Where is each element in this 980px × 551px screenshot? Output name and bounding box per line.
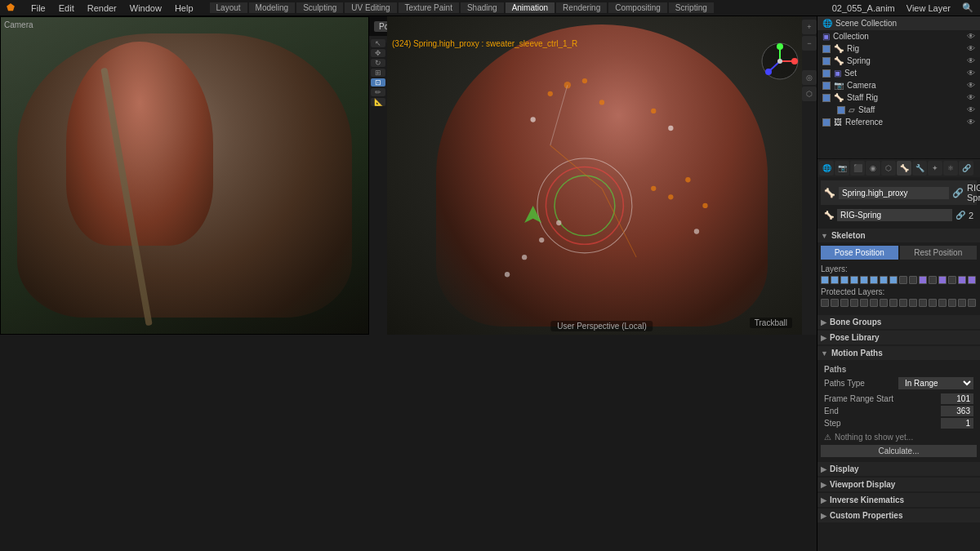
tab-armature[interactable]: 🦴: [897, 161, 911, 176]
layer-11[interactable]: [929, 276, 937, 284]
workspace-layout[interactable]: Layout: [210, 2, 247, 13]
layer-8[interactable]: [899, 276, 907, 284]
tab-render[interactable]: 📷: [835, 161, 849, 176]
layer-2[interactable]: [840, 276, 849, 284]
ik-header[interactable]: ▶ Inverse Kinematics: [817, 493, 980, 507]
frame-end-value[interactable]: 363: [941, 406, 973, 416]
menu-window[interactable]: Window: [127, 3, 165, 13]
prot-layer-10[interactable]: [919, 299, 927, 307]
tool-transform[interactable]: ⊡: [371, 78, 385, 87]
zoom-in-icon[interactable]: +: [802, 20, 817, 34]
layer-0[interactable]: [821, 276, 829, 284]
search-icon[interactable]: 🔍: [959, 2, 977, 13]
eye-icon[interactable]: 👁: [967, 32, 975, 41]
camera-eye-icon[interactable]: 👁: [967, 81, 975, 90]
menu-help[interactable]: Help: [172, 3, 197, 13]
motion-paths-header[interactable]: ▼ Motion Paths: [817, 346, 980, 360]
layer-15[interactable]: [968, 276, 976, 284]
prot-layer-6[interactable]: [880, 299, 888, 307]
tab-modifier[interactable]: 🔧: [912, 161, 927, 176]
zoom-out-icon[interactable]: −: [802, 36, 817, 51]
bone-groups-header[interactable]: ▶ Bone Groups: [817, 315, 980, 329]
tab-physics[interactable]: ⚛: [943, 161, 958, 176]
layer-1[interactable]: [831, 276, 839, 284]
layer-6[interactable]: [880, 276, 888, 284]
layer-12[interactable]: [938, 276, 947, 284]
workspace-rendering[interactable]: Rendering: [556, 2, 607, 13]
custom-props-header[interactable]: ▶ Custom Properties: [817, 509, 980, 522]
toggle-xray[interactable]: ⬡: [802, 87, 817, 101]
tab-constraints[interactable]: 🔗: [959, 161, 973, 176]
scene-item-reference[interactable]: 🖼 Reference 👁: [817, 116, 980, 128]
prot-layer-0[interactable]: [821, 299, 829, 307]
reference-eye-icon[interactable]: 👁: [967, 118, 975, 127]
prot-layer-13[interactable]: [948, 299, 956, 307]
rig-link-icon[interactable]: 🔗: [956, 211, 965, 220]
tool-measure[interactable]: 📐: [371, 98, 385, 106]
tool-annotate[interactable]: ✏: [371, 88, 385, 96]
camera-viewport[interactable]: Camera: [0, 16, 369, 335]
workspace-scripting[interactable]: Scripting: [669, 2, 714, 13]
menu-render[interactable]: Render: [84, 3, 120, 13]
rig-name-input[interactable]: [837, 209, 952, 221]
tool-rotate[interactable]: ↻: [371, 59, 385, 67]
calculate-btn[interactable]: Calculate...: [821, 445, 977, 457]
prot-layer-4[interactable]: [860, 299, 868, 307]
prot-layer-11[interactable]: [929, 299, 937, 307]
prot-layer-8[interactable]: [899, 299, 907, 307]
rig-eye-icon[interactable]: 👁: [967, 44, 975, 53]
workspace-sculpting[interactable]: Sculpting: [296, 2, 343, 13]
staffrig-eye-icon[interactable]: 👁: [967, 93, 975, 102]
scene-item-camera[interactable]: 📷 Camera 👁: [817, 79, 980, 91]
step-value[interactable]: 1: [941, 418, 973, 429]
camera-visibility-checkbox[interactable]: [822, 82, 831, 90]
layer-7[interactable]: [889, 276, 898, 284]
rig-visibility-checkbox[interactable]: [822, 45, 831, 53]
set-eye-icon[interactable]: 👁: [967, 69, 975, 78]
scene-item-spring[interactable]: 🦴 Spring 👁: [817, 55, 980, 67]
menu-edit[interactable]: Edit: [56, 3, 78, 13]
staff-visibility-checkbox[interactable]: [837, 106, 845, 114]
tool-cursor[interactable]: ↖: [371, 39, 385, 47]
toggle-overlay[interactable]: ◎: [802, 70, 817, 85]
layer-13[interactable]: [948, 276, 956, 284]
tab-particles[interactable]: ✦: [928, 161, 942, 176]
navigation-gizmo[interactable]: [760, 41, 800, 82]
viewport-display-header[interactable]: ▶ Viewport Display: [817, 478, 980, 491]
prot-layer-1[interactable]: [831, 299, 839, 307]
workspace-compositing[interactable]: Compositing: [608, 2, 667, 13]
prot-layer-7[interactable]: [889, 299, 898, 307]
3d-viewport[interactable]: (324) Spring.high_proxy : sweater_sleeve…: [387, 16, 817, 335]
tab-object[interactable]: ⬡: [881, 161, 896, 176]
layer-3[interactable]: [850, 276, 858, 284]
spring-eye-icon[interactable]: 👁: [967, 56, 975, 65]
tab-view[interactable]: ◉: [866, 161, 880, 176]
tool-scale[interactable]: ⊞: [371, 69, 385, 77]
menu-file[interactable]: File: [28, 3, 49, 13]
link-icon[interactable]: 🔗: [952, 188, 964, 198]
set-visibility-checkbox[interactable]: [822, 69, 831, 78]
prot-layer-9[interactable]: [909, 299, 917, 307]
spring-visibility-checkbox[interactable]: [822, 57, 831, 65]
pose-position-btn[interactable]: Pose Position: [821, 246, 898, 260]
layer-5[interactable]: [870, 276, 878, 284]
object-name-input[interactable]: [839, 187, 949, 199]
scene-item-set[interactable]: ▣ Set 👁: [817, 67, 980, 79]
scene-item-staff[interactable]: ▱ Staff 👁: [817, 104, 980, 116]
workspace-modeling[interactable]: Modeling: [249, 2, 296, 13]
workspace-uv[interactable]: UV Editing: [345, 2, 396, 13]
prot-layer-2[interactable]: [840, 299, 849, 307]
workspace-animation[interactable]: Animation: [506, 2, 555, 13]
pose-library-header[interactable]: ▶ Pose Library: [817, 331, 980, 344]
prot-layer-15[interactable]: [968, 299, 976, 307]
layer-9[interactable]: [909, 276, 917, 284]
display-header[interactable]: ▶ Display: [817, 462, 980, 476]
frame-start-value[interactable]: 101: [941, 393, 973, 404]
tab-scene[interactable]: 🌐: [819, 161, 834, 176]
scene-item-staffrig[interactable]: 🦴 Staff Rig 👁: [817, 91, 980, 104]
prot-layer-3[interactable]: [850, 299, 858, 307]
workspace-texture[interactable]: Texture Paint: [399, 2, 459, 13]
workspace-shading[interactable]: Shading: [461, 2, 504, 13]
scene-item-rig[interactable]: 🦴 Rig 👁: [817, 42, 980, 55]
prot-layer-12[interactable]: [938, 299, 947, 307]
